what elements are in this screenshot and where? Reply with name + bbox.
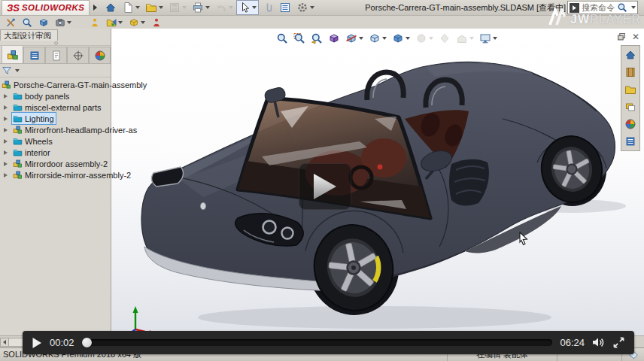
- save-dropdown-icon[interactable]: [182, 6, 187, 9]
- tools-button[interactable]: [3, 16, 18, 29]
- select-cursor-dropdown-icon[interactable]: [252, 6, 257, 9]
- print-button[interactable]: [190, 0, 212, 15]
- open-folder-dropdown-icon[interactable]: [159, 6, 163, 9]
- figure-yellow-button[interactable]: [87, 16, 102, 29]
- tree-item-mirrordoor-assembly-2[interactable]: Mirrordoor assembly-2: [0, 158, 111, 169]
- large-design-review-tab[interactable]: 大型设计审阅: [0, 29, 58, 41]
- magnifier-blue-button[interactable]: [20, 16, 35, 29]
- expand-arrow-icon[interactable]: [4, 117, 8, 121]
- selected-tree-item[interactable]: Lighting: [12, 113, 56, 124]
- search-commands-box[interactable]: 搜索命令: [567, 1, 638, 14]
- tab-dimxpertmanager[interactable]: [67, 47, 89, 63]
- gear-dropdown-icon[interactable]: [310, 6, 314, 9]
- open-folder-button[interactable]: [143, 0, 166, 15]
- tree-item-content[interactable]: interior: [12, 147, 52, 158]
- tree-item-body-panels[interactable]: body panels: [0, 90, 111, 102]
- display-style-dropdown-icon[interactable]: [406, 37, 410, 40]
- expand-arrow-icon[interactable]: [4, 128, 8, 132]
- zoom-fit-button[interactable]: [274, 31, 290, 46]
- tab-featuremanager-tree[interactable]: [2, 45, 23, 63]
- display-style-button[interactable]: [390, 31, 412, 46]
- tree-item-content[interactable]: Mirrordoor assembly-2: [12, 158, 109, 169]
- view-selector-button[interactable]: [326, 31, 342, 46]
- feature-list-button[interactable]: [277, 0, 293, 15]
- view-settings-button[interactable]: [477, 31, 500, 46]
- color-wheel-button[interactable]: [622, 117, 639, 132]
- tp-library-button[interactable]: [622, 65, 639, 80]
- expand-arrow-icon[interactable]: [4, 94, 8, 99]
- tree-item-content[interactable]: miscel-external parts: [12, 102, 102, 113]
- select-cursor-button[interactable]: [236, 0, 259, 15]
- tree-item-mirrorfront-headlamp-driver-as[interactable]: Mirrorfront-headlamp-driver-as: [0, 124, 111, 135]
- expand-arrow-icon[interactable]: [4, 105, 8, 110]
- tp-props-button[interactable]: [622, 134, 639, 149]
- tree-item-content[interactable]: Mirrorside-mirror-assembly-2: [12, 169, 132, 180]
- tree-item-content[interactable]: Porsche-Carrera-GT-main-assembly: [1, 79, 148, 90]
- view-settings-dropdown-icon[interactable]: [493, 37, 497, 40]
- document-close-button[interactable]: ✕: [632, 32, 639, 42]
- section-view-dropdown-icon[interactable]: [359, 37, 363, 40]
- search-input[interactable]: 搜索命令: [582, 2, 615, 14]
- video-progress-bar[interactable]: [82, 338, 553, 347]
- prev-view-button[interactable]: [308, 31, 325, 46]
- tree-item-miscel-external-parts[interactable]: miscel-external parts: [0, 102, 111, 113]
- cubes-blue-button[interactable]: [36, 16, 51, 29]
- search-icon[interactable]: [617, 2, 627, 13]
- expand-arrow-icon[interactable]: [4, 150, 8, 155]
- tp-explorer-button[interactable]: [622, 82, 639, 97]
- undo-dropdown-icon[interactable]: [229, 6, 233, 9]
- video-progress-rail[interactable]: [90, 339, 553, 346]
- tp-palette-button[interactable]: [622, 99, 639, 114]
- tab-configurationmanager[interactable]: [45, 47, 67, 63]
- section-view-button[interactable]: [343, 31, 366, 46]
- search-dropdown-icon[interactable]: [631, 6, 636, 9]
- tree-item-wheels[interactable]: Wheels: [0, 135, 111, 147]
- tree-item-content[interactable]: body panels: [12, 90, 71, 102]
- search-scope-icon[interactable]: [570, 3, 579, 13]
- filter-dropdown-icon[interactable]: [15, 69, 20, 72]
- figure-red-button[interactable]: [149, 16, 164, 29]
- fullscreen-button[interactable]: [612, 337, 625, 348]
- new-document-dropdown-icon[interactable]: [135, 6, 140, 9]
- panel-splitter[interactable]: [0, 41, 111, 46]
- tree-item-interior[interactable]: interior: [0, 147, 111, 158]
- tree-item-porsche-carrera-gt-main-assembly[interactable]: Porsche-Carrera-GT-main-assembly: [0, 79, 111, 90]
- panel-collapse-icon[interactable]: [110, 17, 120, 27]
- gear-button[interactable]: [294, 0, 317, 15]
- tree-item-lighting[interactable]: Lighting: [0, 113, 111, 124]
- tree-item-content[interactable]: Mirrorfront-headlamp-driver-as: [12, 124, 138, 135]
- new-document-button[interactable]: [120, 0, 142, 15]
- zoom-area-button[interactable]: [291, 31, 308, 46]
- home-button[interactable]: [102, 0, 119, 15]
- orientation-cube-dropdown-icon[interactable]: [382, 37, 387, 40]
- orientation-cube-button[interactable]: [366, 31, 389, 46]
- expand-arrow-icon[interactable]: [4, 139, 8, 144]
- tp-home-button[interactable]: [622, 47, 639, 62]
- hide-show-dropdown-icon[interactable]: [429, 37, 433, 40]
- document-restore-button[interactable]: [616, 32, 627, 42]
- video-progress-knob[interactable]: [82, 338, 92, 347]
- graphics-viewport[interactable]: ✕: [111, 29, 644, 335]
- print-dropdown-icon[interactable]: [205, 6, 210, 9]
- attach-button[interactable]: [260, 0, 276, 15]
- video-play-button[interactable]: [32, 337, 42, 349]
- expand-arrow-icon[interactable]: [4, 173, 8, 177]
- horizontal-scrollbar[interactable]: [0, 338, 26, 347]
- apply-scene-dropdown-icon[interactable]: [469, 37, 474, 40]
- camera-dropdown-icon[interactable]: [67, 21, 71, 24]
- tree-item-mirrorside-mirror-assembly-2[interactable]: Mirrorside-mirror-assembly-2: [0, 169, 111, 180]
- feature-manager-panel: 大型设计审阅 Porsche-Carrera-GT-main-assemblyb…: [0, 29, 111, 335]
- tree-item-content[interactable]: Wheels: [12, 135, 54, 147]
- scroll-left-button[interactable]: [0, 338, 9, 347]
- camera-button[interactable]: [53, 16, 74, 29]
- tab-propertymanager[interactable]: [23, 47, 45, 63]
- video-play-overlay-button[interactable]: [299, 163, 351, 210]
- box-yellow-dropdown-icon[interactable]: [141, 21, 145, 24]
- expand-arrow-icon[interactable]: [4, 162, 8, 166]
- solidworks-logo[interactable]: ЗS SOLIDWORKS: [2, 0, 90, 16]
- box-yellow-button[interactable]: [126, 16, 147, 29]
- tab-displaymanager[interactable]: [89, 47, 111, 63]
- volume-button[interactable]: [592, 337, 605, 348]
- menu-flyout-icon[interactable]: [93, 5, 97, 11]
- filter-funnel-icon[interactable]: [2, 65, 12, 76]
